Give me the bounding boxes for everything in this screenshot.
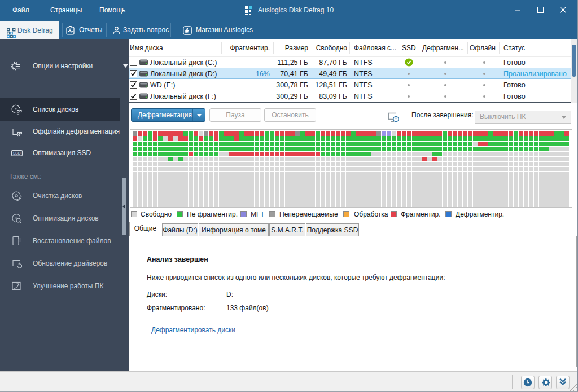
svg-text:SSD: SSD [13,151,21,155]
